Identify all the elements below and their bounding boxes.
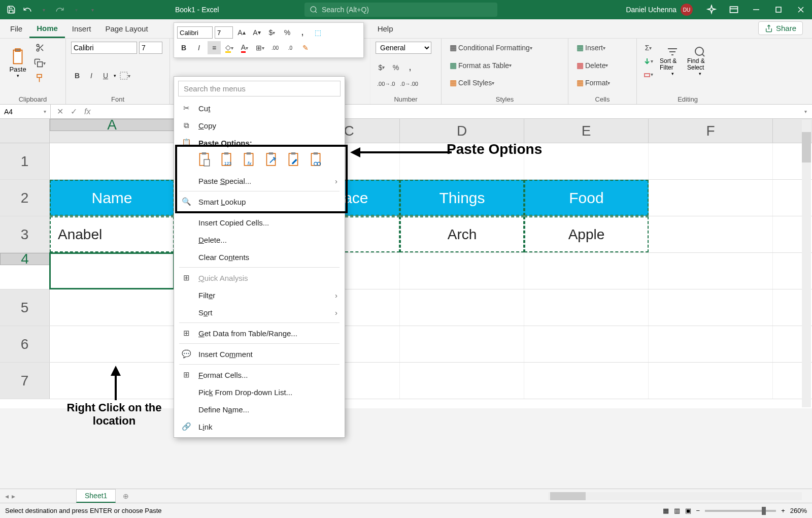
- mini-decrease-font-icon[interactable]: A▾: [250, 26, 263, 39]
- sheet-nav-first-icon[interactable]: ◂: [5, 492, 9, 500]
- mini-merge-icon[interactable]: ⬚: [311, 26, 324, 39]
- paste-formatting-icon[interactable]: [285, 151, 302, 168]
- worksheet-grid[interactable]: A B C D E F 1 2 Name Animal Place Things…: [0, 119, 812, 408]
- currency-button[interactable]: $: [376, 61, 388, 74]
- insert-cells-button[interactable]: ▦ Insert: [573, 42, 607, 54]
- fx-icon[interactable]: fx: [84, 107, 90, 116]
- sheet-tab-sheet1[interactable]: Sheet1: [76, 489, 116, 503]
- font-name-select[interactable]: [71, 42, 137, 54]
- menu-copy[interactable]: ⧉Copy: [174, 117, 345, 134]
- clear-button[interactable]: [642, 68, 655, 80]
- percent-button[interactable]: %: [390, 61, 402, 74]
- tab-file[interactable]: File: [3, 20, 29, 37]
- format-painter-icon[interactable]: [32, 72, 47, 84]
- ribbon-display-icon[interactable]: [723, 0, 745, 19]
- mini-currency-button[interactable]: $: [265, 26, 279, 39]
- menu-filter[interactable]: Filter›: [174, 286, 345, 304]
- cell-a3[interactable]: Anabel: [50, 216, 174, 252]
- mini-increase-decimal-button[interactable]: .00: [268, 41, 282, 54]
- cell-d2[interactable]: Things: [400, 180, 524, 216]
- new-sheet-button[interactable]: ⊕: [116, 492, 136, 500]
- tab-home[interactable]: Home: [29, 20, 65, 38]
- menu-insert-copied[interactable]: Insert Copied Cells...: [174, 214, 345, 231]
- row-header-1[interactable]: 1: [0, 143, 50, 179]
- zoom-slider[interactable]: [705, 510, 776, 512]
- col-header-a[interactable]: A: [50, 119, 174, 131]
- row-header-2[interactable]: 2: [0, 180, 50, 216]
- name-box[interactable]: A4▾: [0, 105, 51, 118]
- cell-a1[interactable]: [50, 143, 174, 179]
- menu-cut[interactable]: ✂Cut: [174, 100, 345, 117]
- zoom-in-button[interactable]: +: [781, 507, 785, 514]
- menu-format-cells[interactable]: ⊞Format Cells...: [174, 366, 345, 383]
- formula-expand-icon[interactable]: ▾: [799, 109, 812, 114]
- cancel-formula-icon[interactable]: ✕: [57, 107, 63, 116]
- paste-values-icon[interactable]: 123: [218, 151, 235, 168]
- mini-increase-font-icon[interactable]: A▴: [235, 26, 248, 39]
- enter-formula-icon[interactable]: ✓: [71, 107, 77, 116]
- undo-dropdown[interactable]: [37, 3, 51, 17]
- find-select-button[interactable]: Find & Select▾: [687, 42, 713, 80]
- mini-font-size[interactable]: [215, 26, 233, 39]
- close-icon[interactable]: [790, 0, 812, 19]
- comma-button[interactable]: ,: [404, 61, 416, 74]
- paste-button[interactable]: Paste ▾: [5, 44, 30, 82]
- borders-button[interactable]: [118, 70, 132, 82]
- row-header-4[interactable]: 4: [0, 253, 50, 265]
- menu-insert-comment[interactable]: 💬Insert Comment: [174, 345, 345, 363]
- tab-page-layout[interactable]: Page Layout: [98, 20, 155, 37]
- menu-delete[interactable]: Delete...: [174, 231, 345, 248]
- mini-comma-button[interactable]: ,: [296, 26, 309, 39]
- select-all-corner[interactable]: [0, 119, 50, 143]
- cell-a4[interactable]: [50, 253, 174, 289]
- menu-pick-list[interactable]: Pick From Drop-down List...: [174, 383, 345, 401]
- zoom-level[interactable]: 260%: [790, 507, 807, 514]
- conditional-formatting-button[interactable]: ▦ Conditional Formatting: [447, 42, 534, 54]
- col-header-d[interactable]: D: [400, 119, 524, 143]
- row-header-5[interactable]: 5: [0, 289, 50, 326]
- menu-smart-lookup[interactable]: 🔍Smart Lookup: [174, 193, 345, 210]
- context-search-input[interactable]: Search the menus: [178, 81, 341, 96]
- mini-italic-button[interactable]: I: [192, 41, 206, 54]
- menu-define-name[interactable]: Define Name...: [174, 401, 345, 418]
- cell-a2[interactable]: Name: [50, 180, 174, 216]
- col-header-e[interactable]: E: [524, 119, 649, 143]
- vertical-scrollbar[interactable]: [802, 120, 811, 407]
- format-cells-button[interactable]: ▦ Format: [573, 77, 612, 89]
- undo-icon[interactable]: [20, 3, 35, 17]
- redo-dropdown[interactable]: [69, 3, 83, 17]
- col-header-f[interactable]: F: [649, 119, 773, 143]
- view-page-break-icon[interactable]: ▣: [685, 507, 691, 514]
- paste-formulas-icon[interactable]: fx: [240, 151, 257, 168]
- minimize-icon[interactable]: [745, 0, 767, 19]
- mini-format-painter-icon[interactable]: ✎: [299, 41, 312, 54]
- maximize-icon[interactable]: [767, 0, 790, 19]
- mini-font-color-button[interactable]: A: [238, 41, 251, 54]
- cell-e2[interactable]: Food: [524, 180, 649, 216]
- share-button[interactable]: Share: [758, 21, 803, 35]
- mini-font-name[interactable]: [177, 26, 213, 39]
- delete-cells-button[interactable]: ▦ Delete: [573, 59, 610, 72]
- mini-fill-color-button[interactable]: ◇: [223, 41, 236, 54]
- menu-paste-special[interactable]: Paste Special...›: [174, 172, 345, 189]
- redo-icon[interactable]: [53, 3, 67, 17]
- view-page-layout-icon[interactable]: ▥: [674, 507, 680, 514]
- italic-button[interactable]: I: [85, 70, 97, 82]
- tab-insert[interactable]: Insert: [65, 20, 98, 37]
- fill-button[interactable]: [642, 55, 655, 67]
- font-size-select[interactable]: [139, 42, 162, 54]
- zoom-out-button[interactable]: −: [696, 507, 700, 514]
- menu-clear-contents[interactable]: Clear Contents: [174, 248, 345, 266]
- decrease-decimal-button[interactable]: .0→.00: [398, 78, 419, 90]
- view-normal-icon[interactable]: ▦: [663, 507, 669, 514]
- paste-link-icon[interactable]: [307, 151, 324, 168]
- increase-decimal-button[interactable]: .00→.0: [376, 78, 396, 90]
- mini-borders-button[interactable]: ⊞: [253, 41, 266, 54]
- mini-percent-button[interactable]: %: [281, 26, 294, 39]
- mode-icon[interactable]: [700, 0, 723, 19]
- menu-link[interactable]: 🔗Link: [174, 418, 345, 435]
- menu-get-data[interactable]: ⊞Get Data from Table/Range...: [174, 325, 345, 342]
- menu-sort[interactable]: Sort›: [174, 304, 345, 321]
- cut-icon[interactable]: [32, 42, 47, 54]
- copy-icon[interactable]: [32, 57, 47, 69]
